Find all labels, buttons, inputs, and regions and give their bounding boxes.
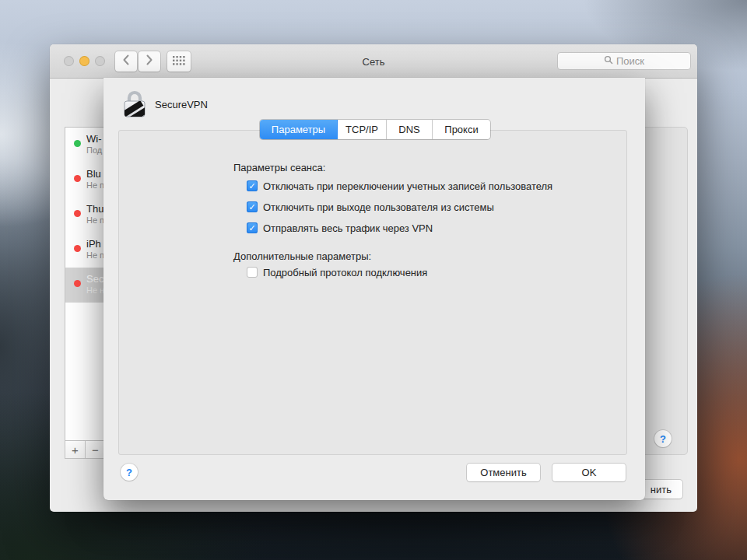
checkbox-icon[interactable]: ✓ <box>247 222 258 233</box>
status-dot-icon <box>74 280 81 287</box>
vpn-options-sheet: SecureVPN Параметры TCP/IP DNS Прокси Па… <box>103 78 645 500</box>
tab-dns[interactable]: DNS <box>387 120 433 139</box>
question-mark-icon: ? <box>660 433 666 445</box>
tab-tcpip[interactable]: TCP/IP <box>338 120 387 139</box>
window-help-button[interactable]: ? <box>654 430 672 447</box>
search-placeholder: Поиск <box>616 55 644 67</box>
window-toolbar: Сеть Поиск <box>50 44 697 79</box>
cancel-button[interactable]: Отменить <box>467 464 540 481</box>
search-input[interactable]: Поиск <box>557 52 691 70</box>
status-dot-icon <box>74 140 81 147</box>
ok-button[interactable]: OK <box>552 464 626 481</box>
option-verbose-logging[interactable]: ✓ Подробный протокол подключения <box>247 267 427 278</box>
vpn-lock-icon <box>122 87 147 123</box>
checkbox-icon[interactable]: ✓ <box>247 267 258 278</box>
checkbox-icon[interactable]: ✓ <box>247 201 258 212</box>
tab-parameters[interactable]: Параметры <box>260 120 338 139</box>
tab-bar: Параметры TCP/IP DNS Прокси <box>260 120 490 139</box>
question-mark-icon: ? <box>126 467 132 478</box>
status-dot-icon <box>74 245 81 252</box>
option-disconnect-on-logout[interactable]: ✓ Отключить при выходе пользователя из с… <box>247 201 494 213</box>
tab-content-panel <box>118 130 627 455</box>
search-icon <box>604 55 613 67</box>
advanced-options-heading: Дополнительные параметры: <box>233 250 371 262</box>
service-name-label: SecureVPN <box>155 99 208 110</box>
session-options-heading: Параметры сеанса: <box>233 162 325 173</box>
checkbox-icon[interactable]: ✓ <box>247 180 258 191</box>
option-disconnect-on-user-switch[interactable]: ✓ Отключать при переключении учетных зап… <box>247 180 552 192</box>
sheet-help-button[interactable]: ? <box>121 464 138 481</box>
status-dot-icon <box>74 210 81 217</box>
option-send-all-traffic[interactable]: ✓ Отправлять весь трафик через VPN <box>247 222 433 234</box>
add-service-button[interactable]: + <box>65 441 86 458</box>
status-dot-icon <box>74 175 81 182</box>
tab-proxy[interactable]: Прокси <box>433 120 490 139</box>
